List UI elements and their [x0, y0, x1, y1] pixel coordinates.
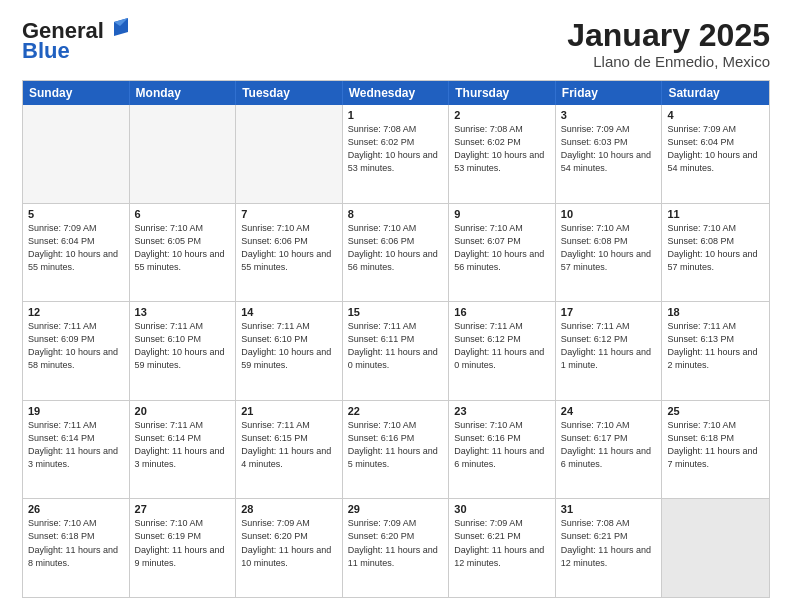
day-number: 8 — [348, 208, 444, 220]
day-info: Sunrise: 7:10 AM Sunset: 6:07 PM Dayligh… — [454, 222, 550, 274]
day-info: Sunrise: 7:11 AM Sunset: 6:12 PM Dayligh… — [454, 320, 550, 372]
calendar-body: 1Sunrise: 7:08 AM Sunset: 6:02 PM Daylig… — [23, 105, 769, 597]
day-info: Sunrise: 7:09 AM Sunset: 6:04 PM Dayligh… — [667, 123, 764, 175]
day-number: 4 — [667, 109, 764, 121]
calendar-cell: 22Sunrise: 7:10 AM Sunset: 6:16 PM Dayli… — [343, 401, 450, 499]
header: General Blue January 2025 Llano de Enmed… — [22, 18, 770, 70]
day-info: Sunrise: 7:11 AM Sunset: 6:10 PM Dayligh… — [135, 320, 231, 372]
day-number: 11 — [667, 208, 764, 220]
calendar-cell: 21Sunrise: 7:11 AM Sunset: 6:15 PM Dayli… — [236, 401, 343, 499]
calendar-cell: 20Sunrise: 7:11 AM Sunset: 6:14 PM Dayli… — [130, 401, 237, 499]
day-number: 24 — [561, 405, 657, 417]
calendar-row: 26Sunrise: 7:10 AM Sunset: 6:18 PM Dayli… — [23, 498, 769, 597]
calendar-cell: 30Sunrise: 7:09 AM Sunset: 6:21 PM Dayli… — [449, 499, 556, 597]
day-info: Sunrise: 7:11 AM Sunset: 6:15 PM Dayligh… — [241, 419, 337, 471]
day-number: 14 — [241, 306, 337, 318]
day-number: 16 — [454, 306, 550, 318]
day-number: 3 — [561, 109, 657, 121]
day-number: 7 — [241, 208, 337, 220]
day-number: 20 — [135, 405, 231, 417]
calendar-cell: 24Sunrise: 7:10 AM Sunset: 6:17 PM Dayli… — [556, 401, 663, 499]
day-info: Sunrise: 7:11 AM Sunset: 6:14 PM Dayligh… — [28, 419, 124, 471]
calendar-cell: 11Sunrise: 7:10 AM Sunset: 6:08 PM Dayli… — [662, 204, 769, 302]
calendar-cell: 23Sunrise: 7:10 AM Sunset: 6:16 PM Dayli… — [449, 401, 556, 499]
day-info: Sunrise: 7:11 AM Sunset: 6:12 PM Dayligh… — [561, 320, 657, 372]
day-number: 31 — [561, 503, 657, 515]
logo-bird-icon — [106, 18, 128, 40]
calendar-header-cell: Monday — [130, 81, 237, 105]
day-info: Sunrise: 7:08 AM Sunset: 6:02 PM Dayligh… — [348, 123, 444, 175]
calendar-cell — [662, 499, 769, 597]
calendar-header-cell: Friday — [556, 81, 663, 105]
day-info: Sunrise: 7:10 AM Sunset: 6:18 PM Dayligh… — [28, 517, 124, 569]
day-number: 19 — [28, 405, 124, 417]
calendar-cell: 3Sunrise: 7:09 AM Sunset: 6:03 PM Daylig… — [556, 105, 663, 203]
calendar-cell: 14Sunrise: 7:11 AM Sunset: 6:10 PM Dayli… — [236, 302, 343, 400]
calendar-cell: 18Sunrise: 7:11 AM Sunset: 6:13 PM Dayli… — [662, 302, 769, 400]
calendar-cell: 4Sunrise: 7:09 AM Sunset: 6:04 PM Daylig… — [662, 105, 769, 203]
day-number: 15 — [348, 306, 444, 318]
day-number: 26 — [28, 503, 124, 515]
day-info: Sunrise: 7:10 AM Sunset: 6:08 PM Dayligh… — [667, 222, 764, 274]
day-number: 28 — [241, 503, 337, 515]
calendar-header-cell: Wednesday — [343, 81, 450, 105]
subtitle: Llano de Enmedio, Mexico — [567, 53, 770, 70]
calendar-cell — [236, 105, 343, 203]
calendar-cell: 19Sunrise: 7:11 AM Sunset: 6:14 PM Dayli… — [23, 401, 130, 499]
day-number: 6 — [135, 208, 231, 220]
calendar-cell: 15Sunrise: 7:11 AM Sunset: 6:11 PM Dayli… — [343, 302, 450, 400]
calendar-header-cell: Sunday — [23, 81, 130, 105]
calendar-row: 5Sunrise: 7:09 AM Sunset: 6:04 PM Daylig… — [23, 203, 769, 302]
day-number: 2 — [454, 109, 550, 121]
day-number: 13 — [135, 306, 231, 318]
calendar-row: 19Sunrise: 7:11 AM Sunset: 6:14 PM Dayli… — [23, 400, 769, 499]
day-number: 1 — [348, 109, 444, 121]
calendar-header-cell: Tuesday — [236, 81, 343, 105]
page: General Blue January 2025 Llano de Enmed… — [0, 0, 792, 612]
day-info: Sunrise: 7:11 AM Sunset: 6:09 PM Dayligh… — [28, 320, 124, 372]
day-info: Sunrise: 7:10 AM Sunset: 6:06 PM Dayligh… — [348, 222, 444, 274]
day-number: 10 — [561, 208, 657, 220]
calendar-row: 1Sunrise: 7:08 AM Sunset: 6:02 PM Daylig… — [23, 105, 769, 203]
calendar-cell: 25Sunrise: 7:10 AM Sunset: 6:18 PM Dayli… — [662, 401, 769, 499]
day-number: 18 — [667, 306, 764, 318]
calendar-header-cell: Thursday — [449, 81, 556, 105]
calendar-cell: 28Sunrise: 7:09 AM Sunset: 6:20 PM Dayli… — [236, 499, 343, 597]
day-info: Sunrise: 7:09 AM Sunset: 6:04 PM Dayligh… — [28, 222, 124, 274]
day-info: Sunrise: 7:11 AM Sunset: 6:14 PM Dayligh… — [135, 419, 231, 471]
calendar-cell: 16Sunrise: 7:11 AM Sunset: 6:12 PM Dayli… — [449, 302, 556, 400]
calendar-cell: 8Sunrise: 7:10 AM Sunset: 6:06 PM Daylig… — [343, 204, 450, 302]
calendar-header-cell: Saturday — [662, 81, 769, 105]
day-info: Sunrise: 7:10 AM Sunset: 6:05 PM Dayligh… — [135, 222, 231, 274]
logo: General Blue — [22, 18, 128, 64]
day-info: Sunrise: 7:11 AM Sunset: 6:13 PM Dayligh… — [667, 320, 764, 372]
calendar-cell: 6Sunrise: 7:10 AM Sunset: 6:05 PM Daylig… — [130, 204, 237, 302]
calendar-cell: 29Sunrise: 7:09 AM Sunset: 6:20 PM Dayli… — [343, 499, 450, 597]
day-number: 25 — [667, 405, 764, 417]
day-number: 9 — [454, 208, 550, 220]
day-info: Sunrise: 7:08 AM Sunset: 6:02 PM Dayligh… — [454, 123, 550, 175]
day-info: Sunrise: 7:10 AM Sunset: 6:17 PM Dayligh… — [561, 419, 657, 471]
calendar-cell: 31Sunrise: 7:08 AM Sunset: 6:21 PM Dayli… — [556, 499, 663, 597]
day-info: Sunrise: 7:08 AM Sunset: 6:21 PM Dayligh… — [561, 517, 657, 569]
calendar-cell — [130, 105, 237, 203]
calendar-cell: 17Sunrise: 7:11 AM Sunset: 6:12 PM Dayli… — [556, 302, 663, 400]
calendar-cell: 12Sunrise: 7:11 AM Sunset: 6:09 PM Dayli… — [23, 302, 130, 400]
day-number: 23 — [454, 405, 550, 417]
day-number: 27 — [135, 503, 231, 515]
calendar-cell: 13Sunrise: 7:11 AM Sunset: 6:10 PM Dayli… — [130, 302, 237, 400]
calendar-cell: 1Sunrise: 7:08 AM Sunset: 6:02 PM Daylig… — [343, 105, 450, 203]
calendar-cell: 2Sunrise: 7:08 AM Sunset: 6:02 PM Daylig… — [449, 105, 556, 203]
day-info: Sunrise: 7:09 AM Sunset: 6:20 PM Dayligh… — [241, 517, 337, 569]
day-number: 29 — [348, 503, 444, 515]
day-info: Sunrise: 7:09 AM Sunset: 6:20 PM Dayligh… — [348, 517, 444, 569]
day-info: Sunrise: 7:09 AM Sunset: 6:03 PM Dayligh… — [561, 123, 657, 175]
title-area: January 2025 Llano de Enmedio, Mexico — [567, 18, 770, 70]
day-info: Sunrise: 7:09 AM Sunset: 6:21 PM Dayligh… — [454, 517, 550, 569]
calendar-cell: 5Sunrise: 7:09 AM Sunset: 6:04 PM Daylig… — [23, 204, 130, 302]
day-info: Sunrise: 7:10 AM Sunset: 6:06 PM Dayligh… — [241, 222, 337, 274]
day-info: Sunrise: 7:11 AM Sunset: 6:11 PM Dayligh… — [348, 320, 444, 372]
calendar-cell: 7Sunrise: 7:10 AM Sunset: 6:06 PM Daylig… — [236, 204, 343, 302]
calendar-cell: 27Sunrise: 7:10 AM Sunset: 6:19 PM Dayli… — [130, 499, 237, 597]
day-number: 22 — [348, 405, 444, 417]
